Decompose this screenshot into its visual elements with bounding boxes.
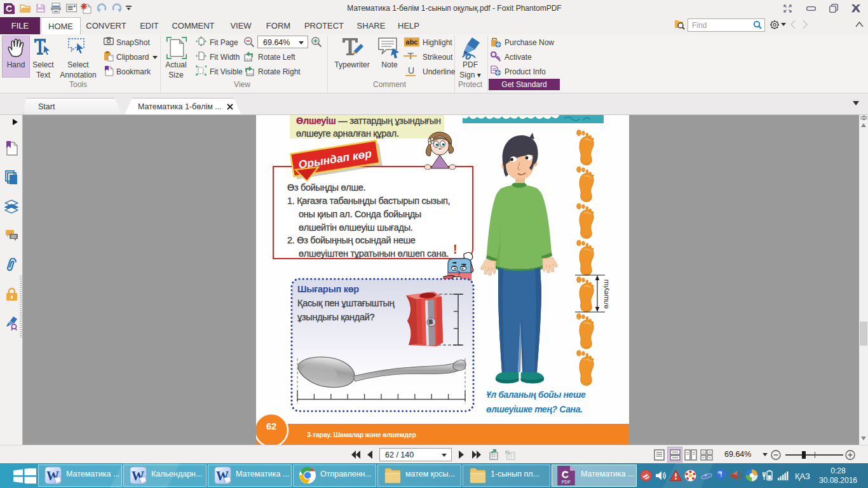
svg-text:!: ! <box>453 242 458 256</box>
svg-text:62: 62 <box>266 421 276 431</box>
svg-text:PDF: PDF <box>562 480 571 485</box>
svg-text:!: ! <box>720 471 722 478</box>
